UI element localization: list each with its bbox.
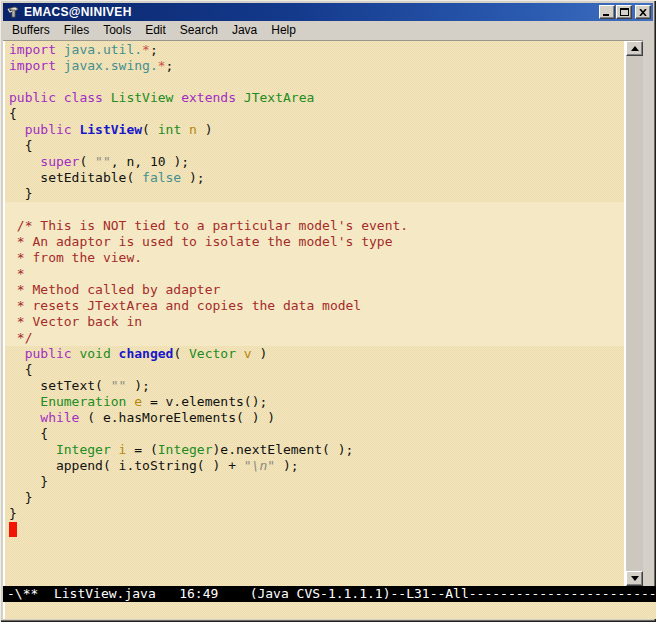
maximize-button[interactable] [616, 5, 632, 19]
menu-bar: Buffers Files Tools Edit Search Java Hel… [3, 21, 653, 40]
menu-item-tools[interactable]: Tools [96, 21, 138, 40]
code-line[interactable]: { [5, 362, 624, 378]
code-line[interactable]: { [5, 138, 624, 154]
code-line[interactable]: setEditable( false ); [5, 170, 624, 186]
code-line[interactable]: Enumeration e = v.elements(); [5, 394, 624, 410]
maximize-icon [620, 8, 629, 16]
code-line[interactable]: * [5, 266, 624, 282]
code-line[interactable]: import javax.swing.*; [5, 58, 624, 74]
code-line[interactable]: { [5, 106, 624, 122]
code-line[interactable]: super( "", n, 10 ); [5, 154, 624, 170]
arrow-up-icon [631, 46, 639, 51]
menu-item-files[interactable]: Files [57, 21, 96, 40]
code-line[interactable]: */ [5, 330, 624, 346]
menu-item-edit[interactable]: Edit [138, 21, 173, 40]
code-line[interactable]: } [5, 186, 624, 202]
main-content: import java.util.*;import javax.swing.*;… [3, 40, 643, 586]
menu-item-help[interactable]: Help [264, 21, 303, 40]
code-line[interactable]: public class ListView extends JTextArea [5, 90, 624, 106]
code-line[interactable]: } [5, 490, 624, 506]
minibuffer[interactable] [3, 602, 656, 619]
close-icon [639, 9, 647, 16]
code-line[interactable]: import java.util.*; [5, 42, 624, 58]
menu-item-buffers[interactable]: Buffers [5, 21, 57, 40]
code-line[interactable]: /* This is NOT tied to a particular mode… [5, 218, 624, 234]
emacs-gnu-icon [6, 5, 21, 19]
code-line[interactable]: } [5, 474, 624, 490]
arrow-down-icon [631, 576, 639, 581]
code-line[interactable]: { [5, 426, 624, 442]
code-line[interactable]: setText( "" ); [5, 378, 624, 394]
code-line[interactable]: * resets JTextArea and copies the data m… [5, 298, 624, 314]
code-line[interactable]: append( i.toString( ) + "\n" ); [5, 458, 624, 474]
emacs-window: EMACS@NINIVEH Buffers Files Tools Edit S… [0, 0, 656, 622]
editor-buffer[interactable]: import java.util.*;import javax.swing.*;… [3, 41, 626, 586]
code-line[interactable]: } [5, 506, 624, 522]
code-line[interactable] [5, 202, 624, 218]
code-line[interactable]: public ListView( int n ) [5, 122, 624, 138]
minimize-button[interactable] [599, 5, 615, 19]
mode-line: -\** ListView.java 16:49 (Java CVS-1.1.1… [3, 586, 656, 602]
bottom-area: -\** ListView.java 16:49 (Java CVS-1.1.1… [3, 586, 643, 619]
code-line[interactable]: * An adaptor is used to isolate the mode… [5, 234, 624, 250]
code-line[interactable]: * Method called by adapter [5, 282, 624, 298]
title-bar[interactable]: EMACS@NINIVEH [3, 3, 653, 21]
code-line[interactable]: public void changed( Vector v ) [5, 346, 624, 362]
vertical-scrollbar[interactable] [626, 41, 643, 586]
code-area[interactable]: import java.util.*;import javax.swing.*;… [5, 41, 624, 586]
code-line[interactable]: while ( e.hasMoreElements( ) ) [5, 410, 624, 426]
menu-item-search[interactable]: Search [173, 21, 225, 40]
code-line[interactable] [5, 522, 624, 538]
code-line[interactable]: * from the view. [5, 250, 624, 266]
code-line[interactable]: Integer i = (Integer)e.nextElement( ); [5, 442, 624, 458]
code-line[interactable] [5, 74, 624, 90]
menu-item-java[interactable]: Java [225, 21, 264, 40]
window-title: EMACS@NINIVEH [24, 3, 598, 21]
minimize-icon [603, 9, 611, 16]
close-button[interactable] [635, 5, 651, 19]
scroll-up-button[interactable] [626, 41, 643, 56]
text-cursor [9, 522, 17, 537]
code-line[interactable]: * Vector back in [5, 314, 624, 330]
scroll-down-button[interactable] [626, 571, 643, 586]
